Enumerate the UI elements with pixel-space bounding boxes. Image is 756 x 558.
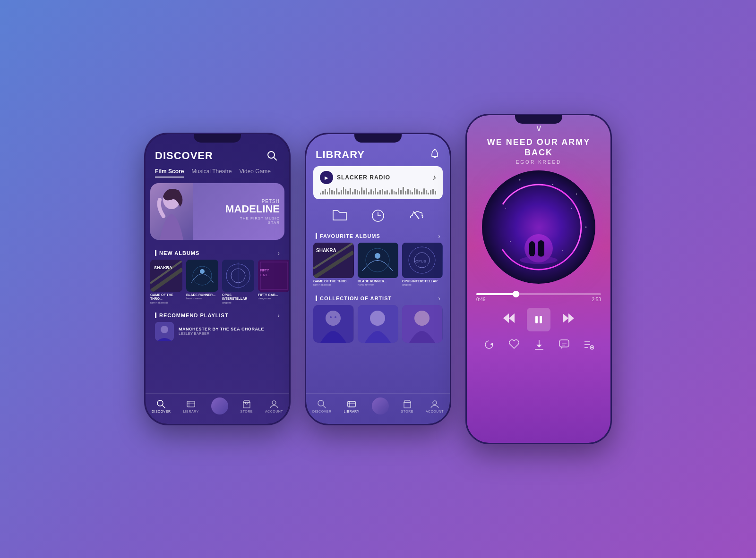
svg-point-49	[370, 311, 385, 326]
nav-discover-label: DISCOVER	[152, 410, 171, 413]
like-button[interactable]	[508, 339, 520, 353]
star-field-svg	[482, 170, 595, 284]
album-item[interactable]: OPUS INTERSTELLAR angemi	[222, 260, 254, 304]
svg-marker-75	[509, 313, 515, 323]
album-name-4: FIFTY GAR...	[258, 293, 289, 297]
history-button[interactable]	[371, 209, 385, 223]
pause-button[interactable]	[527, 308, 550, 331]
svg-rect-57	[404, 402, 411, 408]
nav-account[interactable]: ACCOUNT	[265, 399, 283, 413]
bell-icon[interactable]	[429, 148, 440, 161]
svg-rect-72	[529, 241, 535, 256]
fav-album-artist-2: hans zimmer	[358, 283, 398, 286]
svg-point-65	[571, 208, 572, 209]
svg-point-67	[510, 241, 511, 242]
nav-store-label-2: STORE	[401, 410, 414, 413]
playlist-name: MANCHESTER BY THE SEA CHORALE	[179, 327, 264, 331]
svg-point-28	[434, 149, 436, 151]
notch-2	[354, 134, 402, 143]
album-name-1: GAME OF THE THRO...	[150, 293, 182, 301]
album-item[interactable]: BLADE RUNNER... hans zimmer	[186, 260, 218, 304]
nav-account-2[interactable]: ACCOUNT	[426, 399, 444, 413]
nav-store-2[interactable]: STORE	[401, 399, 414, 413]
radio-play-button[interactable]: ▶	[320, 171, 333, 184]
nav-store[interactable]: STORE	[241, 399, 253, 413]
replay-button[interactable]	[483, 339, 495, 353]
progress-bar-bg[interactable]	[476, 293, 601, 295]
tab-musical-theatre[interactable]: Musical Theatre	[191, 168, 232, 178]
fav-album-name-3: OPUS INTERSTELLAR	[402, 279, 443, 283]
playlist-item[interactable]: MANCHESTER BY THE SEA CHORALE LESLEY BAR…	[146, 322, 289, 345]
library-screen: LIBRARY ▶ SLACKER RADIO ♪	[306, 134, 450, 424]
svg-text:FIFTY: FIFTY	[260, 269, 269, 272]
fav-album-thumb-1: SHAKRA	[313, 243, 354, 278]
fav-albums-title: FAVOURITE ALBUMS	[316, 233, 380, 239]
svg-text:SHAKRA: SHAKRA	[316, 248, 336, 253]
album-item[interactable]: SHAKRA GAME OF THE THRO... ramin djawadi	[150, 260, 182, 304]
svg-point-68	[562, 250, 563, 251]
progress-times: 0:49 2:53	[476, 295, 601, 304]
fast-forward-button[interactable]	[562, 313, 576, 327]
recommend-arrow[interactable]: ›	[277, 312, 280, 319]
chat-button[interactable]	[558, 339, 570, 353]
tab-video-game[interactable]: Video Game	[240, 168, 271, 178]
fav-album-thumb-2	[358, 243, 398, 278]
download-button[interactable]	[534, 339, 544, 353]
rewind-button[interactable]	[501, 313, 515, 327]
album-item[interactable]: FIFTY GAR... FIFTY GAR... dangerous	[258, 260, 289, 304]
discover-screen: DISCOVER Film Score Musical Theatre Vide…	[146, 134, 289, 424]
nav-center[interactable]	[211, 397, 228, 414]
fav-albums-arrow[interactable]: ›	[438, 232, 440, 240]
chevron-down-icon[interactable]: ∨	[535, 122, 542, 134]
player-artwork	[482, 170, 595, 284]
nav-library[interactable]: LIBRARY	[183, 399, 198, 413]
nav-discover[interactable]: DISCOVER	[152, 399, 171, 413]
nav-discover-2[interactable]: DISCOVER	[312, 399, 332, 413]
new-albums-arrow[interactable]: ›	[277, 249, 280, 257]
svg-point-58	[433, 401, 437, 405]
search-button[interactable]	[265, 148, 280, 163]
collection-arrow[interactable]: ›	[438, 295, 440, 302]
offline-button[interactable]	[409, 209, 424, 223]
svg-point-39	[375, 253, 380, 259]
nav-discover-label-2: DISCOVER	[312, 410, 332, 413]
svg-point-62	[552, 184, 553, 185]
svg-text:OPUS: OPUS	[415, 259, 426, 263]
player-artist: EGOR KREED	[467, 160, 610, 165]
player-screen: ∨ WE NEED OUR ARMY BACK EGOR KREED	[467, 115, 610, 443]
radio-player[interactable]: ▶ SLACKER RADIO ♪	[313, 166, 443, 199]
svg-point-64	[505, 208, 506, 209]
fav-album-1[interactable]: SHAKRA GAME OF THE THRO... ramin djawadi	[313, 243, 354, 286]
tab-film-score[interactable]: Film Score	[155, 168, 184, 178]
notch-3	[515, 115, 562, 124]
nav-library-2[interactable]: LIBRARY	[344, 399, 359, 413]
hero-card[interactable]: PETSH MADELINE THE FIRST MUSICSTAR	[150, 183, 284, 240]
radio-note-icon: ♪	[432, 173, 436, 182]
artist-2[interactable]	[358, 305, 398, 343]
fav-albums-header: FAVOURITE ALBUMS ›	[306, 228, 450, 243]
nav-center-2[interactable]	[372, 397, 389, 414]
nav-center-img	[211, 397, 228, 414]
fav-album-2[interactable]: BLADE RUNNER... hans zimmer	[358, 243, 398, 286]
svg-point-63	[576, 194, 577, 194]
fav-albums-grid: SHAKRA GAME OF THE THRO... ramin djawadi	[306, 243, 450, 291]
svg-point-61	[519, 179, 521, 181]
fav-album-3[interactable]: OPUS OPUS INTERSTELLAR angemi	[402, 243, 443, 286]
playlist-info: MANCHESTER BY THE SEA CHORALE LESLEY BAR…	[179, 327, 264, 336]
recommend-title: RECOMMEND PLAYLIST	[155, 313, 229, 318]
playlist-artist: LESLEY BARBER	[179, 331, 264, 336]
album-grid: SHAKRA GAME OF THE THRO... ramin djawadi	[146, 260, 289, 308]
svg-marker-83	[536, 345, 542, 347]
radio-top: ▶ SLACKER RADIO ♪	[320, 171, 436, 184]
hero-text: PETSH MADELINE THE FIRST MUSICSTAR	[193, 183, 284, 240]
folder-button[interactable]	[332, 209, 347, 223]
album-name-2: BLADE RUNNER...	[186, 293, 218, 297]
recommend-header: RECOMMEND PLAYLIST ›	[146, 308, 289, 322]
new-albums-header: NEW ALBUMS ›	[146, 245, 289, 260]
artist-3[interactable]	[402, 305, 443, 343]
album-name-3: OPUS INTERSTELLAR	[222, 293, 254, 301]
svg-point-20	[157, 400, 163, 406]
artist-1[interactable]	[313, 305, 354, 343]
playlist-add-button[interactable]	[584, 339, 594, 353]
svg-point-51	[414, 311, 430, 326]
